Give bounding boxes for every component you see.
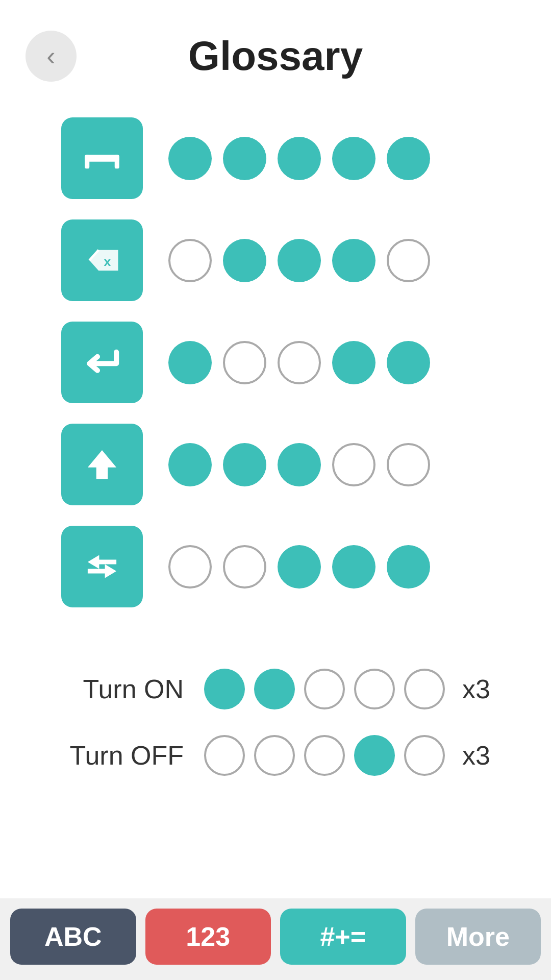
tab-sym-button[interactable]: #+= — [280, 909, 406, 965]
turn-on-multiplier: x3 — [462, 674, 490, 704]
switch-key-button[interactable] — [61, 526, 143, 607]
dot-2 — [223, 137, 266, 180]
tab-123-button[interactable]: 123 — [145, 909, 271, 965]
turn-off-multiplier: x3 — [462, 740, 490, 771]
shift-icon — [79, 442, 125, 487]
dot-4 — [332, 239, 375, 282]
dot-2 — [223, 239, 266, 282]
dot-1 — [168, 239, 212, 282]
dot-3 — [278, 239, 321, 282]
tab-more-label: More — [446, 921, 510, 952]
turn-off-dot-4 — [354, 735, 395, 776]
dot-5 — [387, 137, 430, 180]
dot-4 — [332, 137, 375, 180]
turn-on-label: Turn ON — [41, 674, 184, 704]
dot-1 — [168, 443, 212, 486]
dot-2 — [223, 341, 266, 384]
turn-off-dot-2 — [254, 735, 295, 776]
turn-on-dot-5 — [404, 669, 445, 709]
shift-dots — [168, 443, 430, 486]
separator — [0, 628, 551, 669]
dot-4 — [332, 545, 375, 589]
tab-123-label: 123 — [186, 921, 230, 952]
svg-rect-2 — [115, 155, 119, 168]
backspace-icon: x — [79, 237, 125, 283]
page-title: Glossary — [77, 33, 474, 80]
dot-1 — [168, 137, 212, 180]
dot-4 — [332, 443, 375, 486]
dot-5 — [387, 443, 430, 486]
turn-on-dot-1 — [204, 669, 245, 709]
switch-dots — [168, 545, 430, 589]
svg-rect-0 — [85, 155, 119, 162]
dot-3 — [278, 341, 321, 384]
turn-on-row: Turn ON x3 — [41, 669, 510, 709]
space-icon — [79, 135, 125, 181]
backspace-row: x — [61, 219, 490, 301]
space-dots — [168, 137, 430, 180]
turn-off-label: Turn OFF — [41, 740, 184, 771]
enter-dots — [168, 341, 430, 384]
switch-icon — [79, 544, 125, 590]
turn-off-row: Turn OFF x3 — [41, 735, 510, 776]
turn-off-dots: x3 — [204, 735, 490, 776]
backspace-key-button[interactable]: x — [61, 219, 143, 301]
dot-1 — [168, 545, 212, 589]
svg-rect-1 — [85, 155, 89, 168]
turn-on-dot-3 — [304, 669, 345, 709]
tab-abc-label: ABC — [44, 921, 102, 952]
tab-more-button[interactable]: More — [415, 909, 541, 965]
switch-row — [61, 526, 490, 607]
enter-key-button[interactable] — [61, 322, 143, 403]
dot-5 — [387, 239, 430, 282]
dot-3 — [278, 137, 321, 180]
dot-2 — [223, 545, 266, 589]
dot-5 — [387, 341, 430, 384]
backspace-dots — [168, 239, 430, 282]
dot-4 — [332, 341, 375, 384]
enter-icon — [79, 339, 125, 385]
header: ‹ Glossary — [0, 0, 551, 97]
shift-key-button[interactable] — [61, 424, 143, 505]
tab-bar: ABC 123 #+= More — [0, 898, 551, 980]
turn-section: Turn ON x3 Turn OFF x3 — [0, 669, 551, 776]
turn-off-dot-1 — [204, 735, 245, 776]
turn-off-dot-5 — [404, 735, 445, 776]
tab-abc-button[interactable]: ABC — [10, 909, 136, 965]
tab-sym-label: #+= — [320, 921, 366, 952]
enter-row — [61, 322, 490, 403]
dot-5 — [387, 545, 430, 589]
turn-on-dot-2 — [254, 669, 295, 709]
dot-3 — [278, 443, 321, 486]
turn-on-dot-4 — [354, 669, 395, 709]
turn-on-dots: x3 — [204, 669, 490, 709]
dot-1 — [168, 341, 212, 384]
back-button[interactable]: ‹ — [26, 31, 77, 82]
back-arrow-icon: ‹ — [46, 43, 55, 69]
shift-row — [61, 424, 490, 505]
dot-3 — [278, 545, 321, 589]
dot-2 — [223, 443, 266, 486]
svg-text:x: x — [104, 255, 111, 268]
turn-off-dot-3 — [304, 735, 345, 776]
space-key-button[interactable] — [61, 117, 143, 199]
key-rows-section: x — [0, 97, 551, 607]
space-row — [61, 117, 490, 199]
